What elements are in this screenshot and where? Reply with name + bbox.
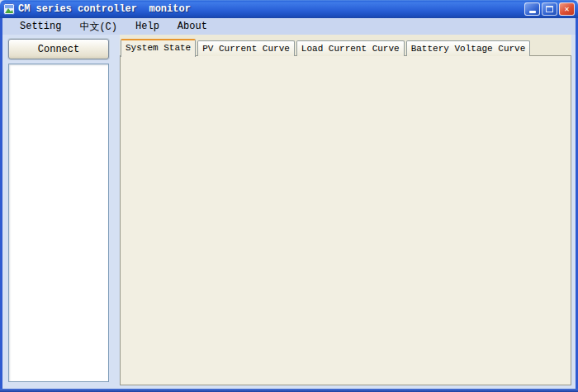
window-controls — [524, 2, 575, 16]
menu-about[interactable]: About — [168, 20, 216, 33]
tab-strip: System State PV Current Curve Load Curre… — [121, 38, 532, 56]
tab-battery-voltage-curve[interactable]: Battery Voltage Curve — [406, 40, 531, 56]
tab-load-current-curve[interactable]: Load Current Curve — [296, 40, 405, 56]
app-window: CM series controller monitor Setting 中文(… — [0, 0, 578, 392]
window-title: CM series controller monitor — [18, 3, 191, 15]
message-listbox[interactable] — [8, 64, 109, 382]
close-icon — [564, 4, 569, 14]
tab-system-state[interactable]: System State — [121, 39, 196, 57]
app-icon — [3, 3, 15, 15]
tab-pv-current-curve[interactable]: PV Current Curve — [197, 40, 295, 56]
system-state-panel — [120, 55, 571, 385]
maximize-icon — [546, 6, 553, 12]
menu-help[interactable]: Help — [126, 20, 168, 33]
menu-bar: Setting 中文(C) Help About — [2, 18, 576, 35]
minimize-button[interactable] — [524, 2, 540, 16]
window-border-bottom — [0, 389, 578, 392]
maximize-button[interactable] — [542, 2, 557, 16]
menu-language[interactable]: 中文(C) — [70, 19, 126, 35]
title-bar: CM series controller monitor — [0, 0, 578, 18]
minimize-icon — [529, 11, 536, 13]
connect-button[interactable]: Connect — [8, 39, 109, 59]
close-button[interactable] — [559, 2, 575, 16]
window-border-left — [0, 18, 2, 392]
menu-setting[interactable]: Setting — [11, 20, 70, 33]
